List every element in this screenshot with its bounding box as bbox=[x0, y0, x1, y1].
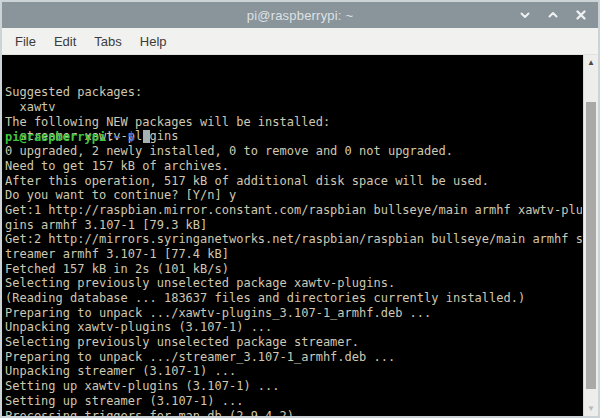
terminal-line: Unpacking streamer (3.107-1) ... bbox=[5, 364, 582, 379]
scroll-down-button[interactable]: ▼ bbox=[584, 402, 598, 415]
terminal-line: Preparing to unpack .../xawtv-plugins_3.… bbox=[5, 306, 582, 321]
triangle-down-icon: ▼ bbox=[587, 405, 595, 413]
prompt-user-host: pi@raspberrypi bbox=[5, 130, 106, 144]
terminal-line: xawtv bbox=[5, 100, 582, 115]
close-button[interactable] bbox=[572, 6, 590, 24]
terminal-line: Selecting previously unselected package … bbox=[5, 335, 582, 350]
terminal-line: Do you want to continue? [Y/n] y bbox=[5, 188, 582, 203]
terminal-line: Preparing to unpack .../streamer_3.107-1… bbox=[5, 350, 582, 365]
terminal-line: 0 upgraded, 2 newly installed, 0 to remo… bbox=[5, 144, 582, 159]
terminal-line: Suggested packages: bbox=[5, 85, 582, 100]
chevron-up-icon bbox=[547, 9, 559, 21]
terminal-content[interactable]: Suggested packages: xawtvThe following N… bbox=[5, 56, 582, 416]
triangle-up-icon: ▲ bbox=[587, 59, 595, 67]
prompt-dollar: $ bbox=[121, 130, 143, 144]
menu-tabs[interactable]: Tabs bbox=[85, 30, 130, 53]
terminal-screen[interactable]: Suggested packages: xawtvThe following N… bbox=[2, 55, 598, 416]
maximize-button[interactable] bbox=[544, 6, 562, 24]
scrollbar-thumb[interactable] bbox=[586, 102, 596, 389]
terminal-prompt: pi@raspberrypi:~ $ bbox=[5, 130, 582, 145]
window-titlebar[interactable]: pi@raspberrypi: ~ bbox=[2, 2, 598, 28]
menu-help[interactable]: Help bbox=[131, 30, 176, 53]
terminal-window: pi@raspberrypi: ~ File Edit Tabs Help bbox=[0, 0, 600, 418]
terminal-line: Get:1 http://raspbian.mirror.constant.co… bbox=[5, 203, 582, 218]
terminal-lines: Suggested packages: xawtvThe following N… bbox=[5, 85, 582, 100]
terminal-cursor bbox=[143, 130, 150, 143]
terminal-line: The following NEW packages will be insta… bbox=[5, 115, 582, 130]
terminal-line: Selecting previously unselected package … bbox=[5, 276, 582, 291]
terminal-line: Setting up streamer (3.107-1) ... bbox=[5, 394, 582, 409]
window-title: pi@raspberrypi: ~ bbox=[247, 8, 354, 23]
terminal-line: Processing triggers for man-db (2.9.4-2)… bbox=[5, 409, 582, 416]
minimize-button[interactable] bbox=[516, 6, 534, 24]
scroll-up-button[interactable]: ▲ bbox=[584, 56, 598, 69]
close-icon bbox=[575, 9, 587, 21]
terminal-line: Unpacking xawtv-plugins (3.107-1) ... bbox=[5, 320, 582, 335]
terminal-line: Need to get 157 kB of archives. bbox=[5, 159, 582, 174]
chevron-down-icon bbox=[519, 9, 531, 21]
menu-edit[interactable]: Edit bbox=[45, 30, 85, 53]
terminal-line: Setting up xawtv-plugins (3.107-1) ... bbox=[5, 379, 582, 394]
window-controls bbox=[516, 2, 590, 28]
menu-file[interactable]: File bbox=[6, 30, 45, 53]
scrollbar[interactable]: ▲ ▼ bbox=[583, 55, 598, 416]
terminal-line: Fetched 157 kB in 2s (101 kB/s) bbox=[5, 262, 582, 277]
terminal-line: treamer armhf 3.107-1 [77.4 kB] bbox=[5, 247, 582, 262]
terminal-line: Get:2 http://mirrors.syringanetworks.net… bbox=[5, 232, 582, 247]
terminal-line: After this operation, 517 kB of addition… bbox=[5, 174, 582, 189]
prompt-path: ~ bbox=[113, 130, 120, 144]
menu-bar: File Edit Tabs Help bbox=[2, 28, 598, 55]
terminal-line: gins armhf 3.107-1 [79.3 kB] bbox=[5, 218, 582, 233]
terminal-line: (Reading database ... 183637 files and d… bbox=[5, 291, 582, 306]
